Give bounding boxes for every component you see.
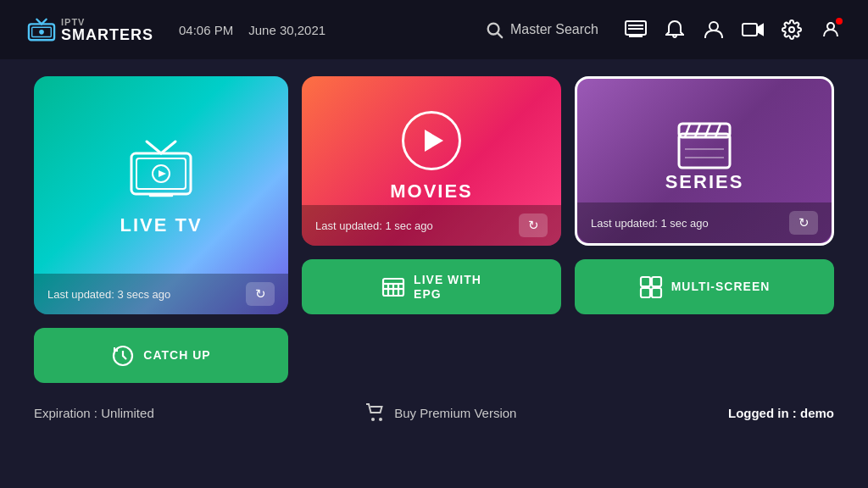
svg-point-12 — [709, 22, 718, 30]
svg-point-4 — [39, 30, 44, 35]
user-icon[interactable] — [702, 18, 726, 42]
logo-text: IPTV SMARTERS — [61, 18, 153, 42]
live-tv-refresh-button[interactable]: ↻ — [246, 282, 275, 306]
header-time: 04:06 PM — [179, 23, 233, 37]
bell-icon[interactable] — [663, 18, 687, 42]
live-tv-card[interactable]: LIVE TV Last updated: 3 secs ago ↻ — [34, 76, 288, 314]
footer: Expiration : Unlimited Buy Premium Versi… — [0, 395, 868, 430]
record-icon[interactable] — [741, 18, 765, 42]
multi-screen-icon — [639, 275, 663, 299]
svg-line-27 — [705, 124, 710, 137]
header: IPTV SMARTERS 04:06 PM June 30,2021 Mast… — [0, 0, 868, 59]
svg-line-6 — [498, 33, 502, 37]
movies-refresh-button[interactable]: ↻ — [519, 214, 548, 237]
live-tv-update-text: Last updated: 3 secs ago — [47, 288, 170, 301]
logged-in-user: demo — [800, 406, 834, 420]
settings-icon[interactable] — [780, 18, 804, 42]
svg-rect-37 — [641, 277, 650, 286]
movies-label: MOVIES — [390, 180, 473, 202]
main-content: LIVE TV Last updated: 3 secs ago ↻ MOVIE… — [0, 59, 868, 391]
multi-screen-text: MULTI-SCREEN — [671, 280, 771, 294]
catch-up-text: CATCH UP — [143, 348, 210, 363]
logged-in-text: Logged in : demo — [728, 406, 834, 420]
svg-point-15 — [827, 23, 834, 30]
series-card[interactable]: SERIES Last updated: 1 sec ago ↻ — [575, 76, 834, 246]
cart-icon — [365, 403, 386, 422]
logo-smarters: SMARTERS — [61, 27, 153, 42]
series-update-bar: Last updated: 1 sec ago ↻ — [577, 202, 832, 243]
series-label: SERIES — [665, 171, 744, 193]
expiry-text: Expiration : Unlimited — [34, 406, 154, 420]
svg-rect-38 — [652, 277, 661, 286]
svg-line-26 — [695, 124, 700, 137]
svg-line-16 — [147, 141, 161, 153]
live-epg-icon — [381, 275, 405, 299]
multi-screen-button[interactable]: MULTI-SCREEN — [575, 259, 834, 314]
search-bar[interactable]: Master Search — [485, 20, 598, 39]
svg-line-28 — [715, 124, 721, 137]
svg-line-17 — [161, 141, 175, 153]
clapboard-icon — [675, 120, 734, 171]
search-label: Master Search — [510, 22, 598, 37]
buy-premium-button[interactable]: Buy Premium Version — [365, 403, 516, 422]
series-update-text: Last updated: 1 sec ago — [591, 217, 709, 230]
series-refresh-button[interactable]: ↻ — [789, 211, 818, 235]
movies-update-bar: Last updated: 1 sec ago ↻ — [302, 205, 561, 246]
svg-rect-39 — [641, 288, 650, 297]
live-tv-label: LIVE TV — [120, 214, 202, 236]
movies-play-icon — [402, 111, 461, 170]
svg-marker-21 — [159, 170, 166, 177]
svg-point-42 — [371, 418, 375, 421]
buy-premium-text: Buy Premium Version — [394, 406, 516, 420]
tv-guide-icon[interactable] — [624, 18, 648, 42]
catch-up-icon — [111, 344, 135, 368]
movies-card[interactable]: MOVIES Last updated: 1 sec ago ↻ — [302, 76, 561, 246]
svg-rect-40 — [652, 288, 661, 297]
logo-iptv: IPTV — [61, 18, 153, 27]
live-epg-button[interactable]: LIVE WITH EPG — [302, 259, 561, 314]
catch-up-button[interactable]: CATCH UP — [34, 328, 288, 383]
header-date: June 30,2021 — [248, 23, 326, 37]
live-epg-text: LIVE WITH EPG — [414, 273, 481, 302]
profile-badge-icon[interactable] — [819, 18, 843, 42]
svg-point-43 — [379, 418, 382, 421]
svg-rect-13 — [743, 24, 757, 36]
svg-rect-23 — [679, 134, 730, 168]
movies-update-text: Last updated: 1 sec ago — [315, 219, 433, 232]
live-tv-icon — [123, 138, 199, 206]
logo-tv-icon — [25, 16, 58, 43]
svg-line-25 — [685, 124, 690, 137]
svg-point-14 — [789, 27, 794, 32]
search-icon — [485, 20, 504, 39]
logo: IPTV SMARTERS — [25, 16, 153, 43]
header-icons — [624, 18, 843, 42]
live-tv-update-bar: Last updated: 3 secs ago ↻ — [34, 274, 288, 314]
